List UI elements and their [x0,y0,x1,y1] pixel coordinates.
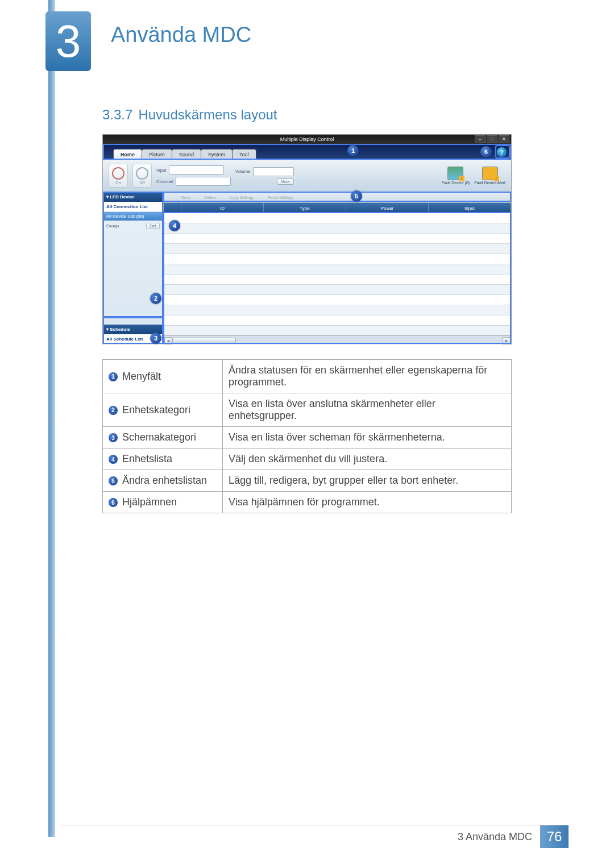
legend-num: 3 [109,433,118,442]
legend-desc: Visa hjälpämnen för programmet. [223,492,512,513]
legend-key: Menyfält [122,371,161,382]
main-panel: Move Delete Copy Settings Paste Settings… [164,192,511,344]
chapter-number: 3 [56,15,81,68]
tab-home[interactable]: Home [113,149,142,160]
legend-num: 6 [109,498,118,507]
action-paste[interactable]: Paste Settings [268,196,293,200]
table-row[interactable] [164,264,511,275]
sidebar: ▾ LFD Device All Connection List All Dev… [103,192,164,344]
sidebar-lfd-header[interactable]: ▾ LFD Device [103,192,163,202]
action-delete[interactable]: Delete [204,196,215,200]
footer-label: 3 Använda MDC [458,831,540,843]
scroll-left-icon[interactable]: ◄ [164,337,172,344]
callout-4: 4 [169,220,180,231]
table-row[interactable] [164,234,511,244]
help-icon[interactable]: ? [497,147,507,157]
device-grid[interactable] [164,213,511,335]
sidebar-connection-list[interactable]: All Connection List [103,202,163,212]
mute-button[interactable]: Mute [277,178,294,185]
legend-num: 5 [109,476,118,485]
legend-key: Ändra enhetslistan [122,475,207,486]
table-row[interactable] [164,254,511,264]
legend-key: Enhetskategori [122,404,190,416]
legend-desc: Visa en lista över anslutna skärmenheter… [223,393,512,427]
table-header: ID Type Power Input [164,203,511,213]
app-screenshot: Multiple Display Control – □ ✕ Home Pict… [102,134,512,344]
maximize-button[interactable]: □ [487,135,497,143]
table-row[interactable] [164,295,511,305]
table-row[interactable] [164,285,511,295]
legend-desc: Välj den skärmenhet du vill justera. [223,448,512,470]
section-name: Huvudskärmens layout [138,107,277,122]
legend-desc: Visa en lista över scheman för skärmenhe… [223,427,512,448]
channel-spinner[interactable] [176,177,231,186]
legend-table: 1MenyfältÄndra statusen för en skärmenhe… [102,359,512,513]
chapter-title: Använda MDC [111,23,251,47]
col-type[interactable]: Type [264,203,346,213]
legend-key: Enhetslista [122,453,172,464]
input-select[interactable] [169,165,224,175]
edit-button[interactable]: Edit [146,223,160,229]
callout-2: 2 [150,293,161,304]
scroll-right-icon[interactable]: ► [503,337,511,344]
legend-num: 1 [109,372,118,381]
legend-row: 4EnhetslistaVälj den skärmenhet du vill … [103,448,512,470]
chapter-tab: 3 [45,11,91,71]
legend-key: Schemakategori [122,431,196,443]
sidebar-group-row: Group Edit [103,221,163,231]
sidebar-device-list[interactable]: All Device List (00) [103,212,163,221]
volume-select[interactable] [253,167,294,176]
table-row[interactable] [164,305,511,315]
col-input[interactable]: Input [429,203,511,213]
callout-5: 5 [351,190,362,202]
alert-icon [482,167,498,180]
close-button[interactable]: ✕ [499,135,509,143]
window-buttons: – □ ✕ [475,135,509,143]
table-row[interactable] [164,213,511,223]
table-row[interactable] [164,315,511,326]
callout-6: 6 [480,146,492,157]
col-id[interactable]: ID [181,203,264,213]
col-checkbox[interactable] [164,203,181,213]
fault-alert[interactable]: Fault Device Alert [474,167,505,185]
actions-row: Move Delete Copy Settings Paste Settings [164,192,511,203]
volume-field: Volume [235,167,294,176]
table-row[interactable] [164,244,511,254]
window-titlebar: Multiple Display Control – □ ✕ [103,135,511,144]
table-row[interactable] [164,223,511,234]
body-area: ▾ LFD Device All Connection List All Dev… [103,192,511,344]
tab-system[interactable]: System [201,149,233,160]
page-number: 76 [540,825,569,848]
col-power[interactable]: Power [346,203,429,213]
window-title: Multiple Display Control [280,136,334,142]
legend-row: 5Ändra enhetslistanLägg till, redigera, … [103,470,512,492]
legend-desc: Ändra statusen för en skärmenhet eller e… [223,360,512,393]
legend-key: Hjälpämnen [122,496,177,508]
side-band [48,0,55,837]
tab-picture[interactable]: Picture [142,149,172,160]
minimize-button[interactable]: – [475,135,486,143]
legend-row: 3SchemakategoriVisa en lista över schema… [103,427,512,448]
fault-device-icon [447,167,463,180]
horizontal-scrollbar[interactable]: ◄ ► [164,335,511,344]
action-copy[interactable]: Copy Settings [229,196,254,200]
legend-row: 6HjälpämnenVisa hjälpämnen för programme… [103,492,512,513]
power-on-button[interactable]: On [109,164,128,188]
action-move[interactable]: Move [181,196,190,200]
section-title: 3.3.7Huvudskärmens layout [102,107,277,123]
legend-num: 2 [109,406,118,415]
tab-tool[interactable]: Tool [232,149,256,160]
callout-1: 1 [347,145,359,156]
table-row[interactable] [164,326,511,335]
legend-num: 4 [109,455,118,464]
fault-device[interactable]: Fault Device (0) [442,167,470,185]
channel-field: Channel [156,177,231,186]
table-row[interactable] [164,275,511,285]
power-off-button[interactable]: Off [132,164,152,188]
tab-sound[interactable]: Sound [172,149,201,160]
legend-desc: Lägg till, redigera, byt grupper eller t… [223,470,512,492]
page-footer: 3 Använda MDC 76 [48,825,569,848]
sidebar-group-label: Group [106,223,119,229]
callout-3: 3 [150,333,161,344]
toolbar: On Off Input Channel Volume Mute Fault D… [103,160,511,192]
